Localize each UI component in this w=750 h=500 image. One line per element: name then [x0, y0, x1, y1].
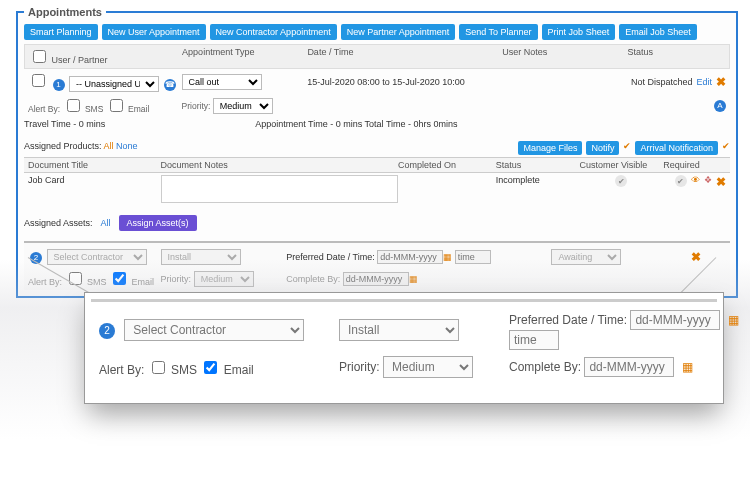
pref-date-label: Preferred Date / Time:	[509, 313, 627, 327]
col-date: Date / Time	[307, 47, 502, 66]
documents-header: Document TitleDocument NotesCompleted On…	[24, 157, 730, 173]
zoom-priority-label: Priority:	[339, 360, 380, 374]
appointments-header-row: User / Partner Appointment Type Date / T…	[24, 44, 730, 69]
panel-title: Appointments	[24, 6, 106, 18]
view-doc-icon[interactable]: 👁	[691, 175, 700, 189]
appointment-type-select[interactable]: Call out	[182, 74, 262, 90]
complete-by-input[interactable]	[584, 357, 674, 377]
pref-date-input[interactable]	[630, 310, 720, 330]
zoom-badge: 2	[99, 323, 115, 339]
edit-link[interactable]: Edit	[696, 77, 712, 87]
status-a-icon[interactable]: A	[714, 100, 726, 112]
user-select[interactable]: -- Unassigned User --	[69, 76, 159, 92]
priority-label: Priority:	[182, 101, 211, 111]
alert-by-label: Alert By:	[28, 104, 60, 114]
assets-all-link[interactable]: All	[101, 218, 111, 228]
products-none-link[interactable]: None	[116, 141, 138, 151]
zoom-sms-checkbox[interactable]	[152, 361, 165, 374]
delete-doc-icon[interactable]: ✖	[716, 175, 726, 189]
zoom-alert-label: Alert By:	[99, 363, 144, 377]
new-partner-appointment-button[interactable]: New Partner Appointment	[341, 24, 456, 40]
travel-time: Travel Time - 0 mins	[24, 119, 105, 129]
notify-check-icon: ✔	[623, 141, 631, 155]
complete-by-label: Complete By:	[509, 360, 581, 374]
col-user: User / Partner	[29, 47, 182, 66]
col-type: Appointment Type	[182, 47, 307, 66]
notify-button[interactable]: Notify	[586, 141, 619, 155]
assigned-assets-label: Assigned Assets:	[24, 218, 93, 228]
manage-files-button[interactable]: Manage Files	[518, 141, 582, 155]
sms-checkbox[interactable]	[67, 99, 80, 112]
zoom-callout: 2 Select Contractor Install Preferred Da…	[84, 292, 724, 404]
smart-planning-button[interactable]: Smart Planning	[24, 24, 98, 40]
email-job-sheet-button[interactable]: Email Job Sheet	[619, 24, 697, 40]
arrival-check-icon: ✔	[722, 141, 730, 155]
col-notes: User Notes	[502, 47, 627, 66]
select-all-checkbox[interactable]	[33, 50, 46, 63]
print-job-sheet-button[interactable]: Print Job Sheet	[542, 24, 616, 40]
pref-time-input[interactable]	[509, 330, 559, 350]
email-checkbox[interactable]	[110, 99, 123, 112]
customer-visible-toggle[interactable]: ✔	[615, 175, 627, 187]
appointment-row-1: 1 -- Unassigned User -- ☎ Call out 15-Ju…	[24, 69, 730, 94]
calendar-icon-zoom[interactable]: ▦	[728, 313, 739, 327]
required-toggle[interactable]: ✔	[675, 175, 687, 187]
calendar-icon-zoom-2[interactable]: ▦	[682, 360, 693, 374]
row1-status: Not Dispatched	[631, 77, 693, 87]
toolbar: Smart Planning New User Appointment New …	[24, 24, 730, 40]
zoom-type-select[interactable]: Install	[339, 319, 459, 341]
doc-action-icon[interactable]: ❖	[704, 175, 712, 189]
document-row: Job Card Incomplete ✔ ✔ 👁 ❖ ✖	[24, 173, 730, 205]
phone-icon[interactable]: ☎	[164, 79, 176, 91]
arrival-notification-button[interactable]: Arrival Notification	[635, 141, 718, 155]
new-user-appointment-button[interactable]: New User Appointment	[102, 24, 206, 40]
assign-assets-button[interactable]: Assign Asset(s)	[119, 215, 197, 231]
assigned-products-label: Assigned Products:	[24, 141, 102, 151]
row1-badge: 1	[53, 79, 65, 91]
priority-select[interactable]: Medium	[213, 98, 273, 114]
send-to-planner-button[interactable]: Send To Planner	[459, 24, 537, 40]
doc-title: Job Card	[28, 175, 161, 185]
zoom-priority-select[interactable]: Medium	[383, 356, 473, 378]
doc-status: Incomplete	[496, 175, 580, 185]
new-contractor-appointment-button[interactable]: New Contractor Appointment	[210, 24, 337, 40]
zoom-email-checkbox[interactable]	[204, 361, 217, 374]
contractor-select[interactable]: Select Contractor	[124, 319, 304, 341]
row1-date: 15-Jul-2020 08:00 to 15-Jul-2020 10:00	[307, 77, 502, 87]
delete-icon[interactable]: ✖	[716, 75, 726, 89]
doc-notes-input[interactable]	[161, 175, 398, 203]
row1-checkbox[interactable]	[32, 74, 45, 87]
products-all-link[interactable]: All	[104, 141, 114, 151]
col-status: Status	[628, 47, 725, 66]
appointment-time: Appointment Time - 0 mins Total Time - 0…	[255, 119, 457, 129]
